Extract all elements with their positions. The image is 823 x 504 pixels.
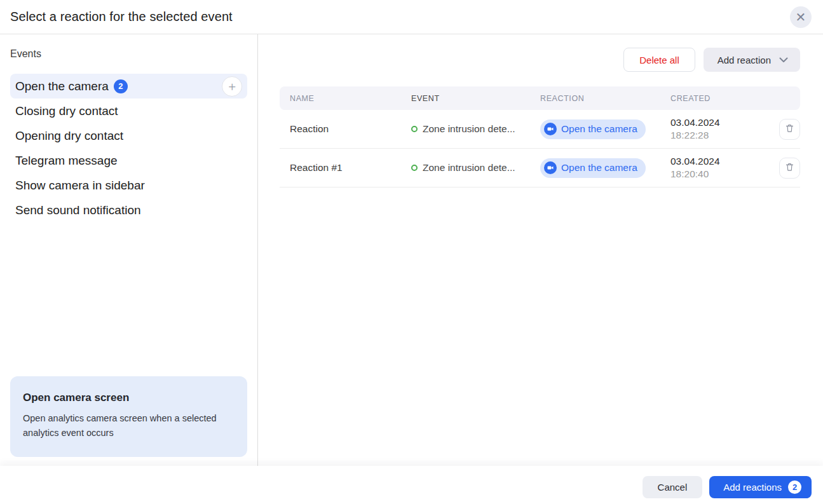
event-status-icon	[411, 165, 418, 171]
dialog-header: Select a reaction for the selected event…	[0, 0, 823, 34]
add-reactions-count-badge: 2	[788, 480, 801, 494]
info-box-description: Open analytics camera screen when a sele…	[23, 411, 235, 440]
reaction-pill-label: Open the camera	[561, 162, 637, 174]
reaction-created-cell: 03.04.2024 18:20:40	[670, 155, 770, 180]
camera-icon	[544, 161, 557, 174]
reactions-toolbar: Delete all Add reaction	[280, 48, 800, 72]
close-button[interactable]: ✕	[790, 6, 812, 28]
sidebar-item-telegram-message[interactable]: Telegram message	[10, 148, 247, 173]
cancel-button[interactable]: Cancel	[643, 476, 703, 498]
select-reaction-dialog: Select a reaction for the selected event…	[0, 0, 823, 504]
reaction-event-cell: Zone intrusion dete...	[411, 162, 540, 174]
created-time: 18:20:40	[670, 168, 770, 180]
delete-all-button[interactable]: Delete all	[623, 48, 695, 72]
row-actions	[770, 119, 800, 140]
column-header-name: NAME	[280, 94, 411, 103]
trash-icon	[785, 123, 794, 135]
event-list: Open the camera 2 ＋ Closing dry contact …	[10, 74, 247, 222]
reaction-event: Zone intrusion dete...	[423, 162, 515, 174]
add-reactions-label: Add reactions	[723, 482, 782, 493]
table-header-row: NAME EVENT REACTION CREATED	[280, 86, 800, 110]
camera-icon	[544, 123, 557, 135]
add-event-reaction-button[interactable]: ＋	[222, 76, 242, 97]
event-label: Open the camera	[15, 79, 109, 93]
row-actions	[770, 158, 800, 179]
add-reactions-submit-button[interactable]: Add reactions 2	[709, 476, 812, 498]
events-sidebar: Events Open the camera 2 ＋ Closing dry c…	[0, 34, 258, 466]
reaction-name: Reaction	[280, 123, 411, 135]
reaction-created-cell: 03.04.2024 18:22:28	[670, 116, 770, 142]
created-date: 03.04.2024	[670, 116, 770, 129]
event-label: Send sound notification	[15, 203, 141, 217]
reaction-type-cell: Open the camera	[540, 158, 670, 178]
reaction-event-cell: Zone intrusion dete...	[411, 123, 540, 135]
reaction-pill-label: Open the camera	[561, 123, 637, 135]
reactions-table: NAME EVENT REACTION CREATED Reaction Zon…	[280, 86, 800, 187]
column-header-reaction: REACTION	[540, 94, 670, 103]
reaction-pill: Open the camera	[540, 158, 646, 178]
add-reaction-dropdown-button[interactable]: Add reaction	[704, 48, 800, 72]
reaction-type-cell: Open the camera	[540, 119, 670, 139]
event-status-icon	[411, 126, 418, 132]
sidebar-item-opening-dry-contact[interactable]: Opening dry contact	[10, 123, 247, 148]
table-row: Reaction #1 Zone intrusion dete... Open …	[280, 149, 800, 187]
chevron-down-icon	[779, 55, 789, 65]
plus-icon: ＋	[226, 80, 238, 92]
info-box-title: Open camera screen	[23, 392, 235, 404]
column-header-event: EVENT	[411, 94, 540, 103]
event-label: Show camera in sidebar	[15, 179, 145, 193]
created-time: 18:22:28	[670, 129, 770, 142]
sidebar-item-closing-dry-contact[interactable]: Closing dry contact	[10, 99, 247, 123]
reaction-pill: Open the camera	[540, 119, 646, 139]
delete-reaction-button[interactable]	[779, 158, 800, 179]
column-header-created: CREATED	[670, 94, 770, 103]
event-info-box: Open camera screen Open analytics camera…	[10, 376, 247, 457]
sidebar-item-send-sound-notification[interactable]: Send sound notification	[10, 198, 247, 222]
sidebar-item-show-camera-in-sidebar[interactable]: Show camera in sidebar	[10, 173, 247, 198]
dialog-title: Select a reaction for the selected event	[10, 10, 233, 24]
event-label: Opening dry contact	[15, 129, 123, 143]
event-count-badge: 2	[114, 79, 128, 93]
event-label: Telegram message	[15, 154, 118, 168]
trash-icon	[785, 162, 794, 174]
delete-reaction-button[interactable]	[779, 119, 800, 140]
events-heading: Events	[10, 48, 247, 60]
dialog-body: Events Open the camera 2 ＋ Closing dry c…	[0, 34, 823, 466]
reactions-panel: Delete all Add reaction NAME EVENT REACT…	[258, 34, 823, 466]
dialog-footer: Cancel Add reactions 2	[0, 466, 823, 504]
event-label: Closing dry contact	[15, 104, 118, 118]
reaction-name: Reaction #1	[280, 162, 411, 174]
sidebar-item-open-the-camera[interactable]: Open the camera 2 ＋	[10, 74, 247, 99]
created-date: 03.04.2024	[670, 155, 770, 168]
add-reaction-label: Add reaction	[718, 55, 771, 65]
table-row: Reaction Zone intrusion dete... Open the…	[280, 110, 800, 149]
close-icon: ✕	[796, 11, 806, 24]
reaction-event: Zone intrusion dete...	[423, 123, 515, 135]
